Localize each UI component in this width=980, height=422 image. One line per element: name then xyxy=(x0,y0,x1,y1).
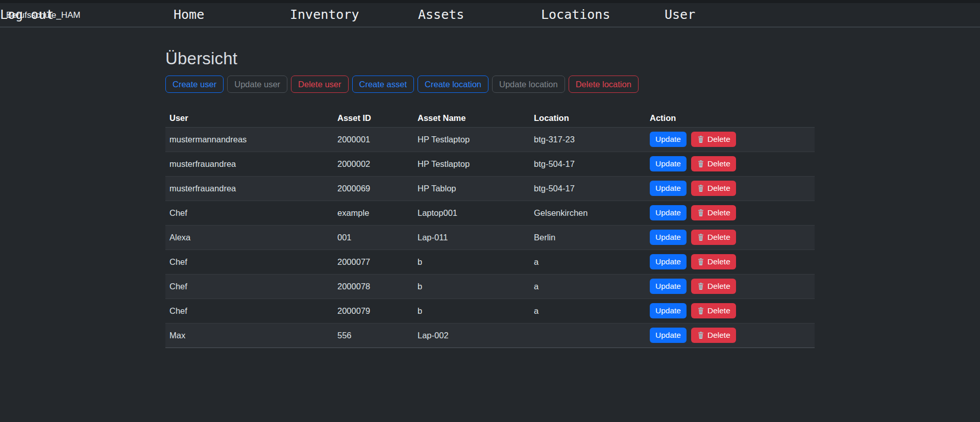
nav-item-locations[interactable]: Locations xyxy=(541,3,610,27)
delete-row-label: Delete xyxy=(707,306,730,316)
cell-action: UpdateDelete xyxy=(646,127,815,152)
main-content: Übersicht Create userUpdate userDelete u… xyxy=(165,49,815,348)
update-row-button[interactable]: Update xyxy=(650,303,687,318)
trash-icon xyxy=(697,307,705,315)
update-row-button[interactable]: Update xyxy=(650,328,687,343)
nav-item-user[interactable]: User xyxy=(665,3,695,27)
delete-row-label: Delete xyxy=(707,257,730,267)
trash-icon xyxy=(697,331,705,339)
table-row: mustermannandreas2000001HP Testlaptopbtg… xyxy=(165,127,815,152)
trash-icon xyxy=(697,160,705,168)
create-user-button[interactable]: Create user xyxy=(165,76,224,93)
cell-asset-name: HP Testlaptop xyxy=(413,152,530,176)
delete-row-label: Delete xyxy=(707,281,730,291)
cell-asset-name: b xyxy=(413,299,530,323)
cell-action: UpdateDelete xyxy=(646,201,815,225)
cell-asset-name: HP Testlaptop xyxy=(413,127,530,152)
delete-row-button[interactable]: Delete xyxy=(691,328,736,343)
cell-location: btg-504-17 xyxy=(530,152,646,176)
update-row-button[interactable]: Update xyxy=(650,230,687,245)
cell-location: a xyxy=(530,250,646,274)
table-row: Chef2000077baUpdateDelete xyxy=(165,250,815,274)
delete-row-button[interactable]: Delete xyxy=(691,181,736,196)
cell-user: Chef xyxy=(165,201,333,225)
cell-asset-id: 2000077 xyxy=(333,250,413,274)
col-header-asset-id: Asset ID xyxy=(333,110,413,127)
col-header-location: Location xyxy=(530,110,646,127)
asset-table: UserAsset IDAsset NameLocationAction mus… xyxy=(165,110,815,348)
cell-asset-id: 2000002 xyxy=(333,152,413,176)
delete-row-label: Delete xyxy=(707,134,730,144)
nav-item-home[interactable]: Home xyxy=(174,3,204,27)
cell-action: UpdateDelete xyxy=(646,225,815,250)
cell-user: mustermannandreas xyxy=(165,127,333,152)
delete-location-button[interactable]: Delete location xyxy=(569,76,639,93)
cell-location: Gelsenkirchen xyxy=(530,201,646,225)
update-row-button[interactable]: Update xyxy=(650,279,687,294)
cell-asset-id: 2000069 xyxy=(333,176,413,201)
nav-item-inventory[interactable]: Inventory xyxy=(290,3,359,27)
cell-location: a xyxy=(530,299,646,323)
cell-asset-id: 2000078 xyxy=(333,274,413,299)
cell-asset-name: Lap-011 xyxy=(413,225,530,250)
table-row: Max556Lap-002UpdateDelete xyxy=(165,323,815,347)
toolbar: Create userUpdate userDelete userCreate … xyxy=(165,76,815,93)
update-row-button[interactable]: Update xyxy=(650,254,687,269)
update-user-button[interactable]: Update user xyxy=(227,76,287,93)
table-row: Chef2000079baUpdateDelete xyxy=(165,299,815,323)
update-row-button[interactable]: Update xyxy=(650,181,687,196)
nav-item-log-out[interactable]: Log out xyxy=(0,3,54,27)
table-row: musterfrauandrea2000002HP Testlaptopbtg-… xyxy=(165,152,815,176)
trash-icon xyxy=(697,209,705,217)
cell-asset-name: Laptop001 xyxy=(413,201,530,225)
cell-asset-id: 2000079 xyxy=(333,299,413,323)
cell-asset-name: HP Tablop xyxy=(413,176,530,201)
delete-row-label: Delete xyxy=(707,183,730,193)
create-asset-button[interactable]: Create asset xyxy=(352,76,414,93)
table-body: mustermannandreas2000001HP Testlaptopbtg… xyxy=(165,127,815,347)
delete-row-button[interactable]: Delete xyxy=(691,254,736,269)
cell-asset-id: 2000001 xyxy=(333,127,413,152)
trash-icon xyxy=(697,184,705,192)
cell-asset-id: 001 xyxy=(333,225,413,250)
cell-action: UpdateDelete xyxy=(646,299,815,323)
cell-location xyxy=(530,323,646,347)
delete-row-label: Delete xyxy=(707,330,730,340)
delete-row-button[interactable]: Delete xyxy=(691,205,736,220)
delete-row-button[interactable]: Delete xyxy=(691,132,736,147)
cell-location: a xyxy=(530,274,646,299)
trash-icon xyxy=(697,282,705,290)
nav-item-assets[interactable]: Assets xyxy=(418,3,464,27)
cell-location: btg-317-23 xyxy=(530,127,646,152)
cell-user: Chef xyxy=(165,299,333,323)
delete-row-button[interactable]: Delete xyxy=(691,156,736,171)
update-location-button[interactable]: Update location xyxy=(492,76,565,93)
update-row-button[interactable]: Update xyxy=(650,132,687,147)
update-row-button[interactable]: Update xyxy=(650,156,687,171)
delete-row-label: Delete xyxy=(707,208,730,218)
cell-asset-id: example xyxy=(333,201,413,225)
cell-action: UpdateDelete xyxy=(646,250,815,274)
cell-asset-name: Lap-002 xyxy=(413,323,530,347)
table-header: UserAsset IDAsset NameLocationAction xyxy=(165,110,815,127)
trash-icon xyxy=(697,258,705,266)
navbar: Berufsschule_HAM HomeInventoryAssetsLoca… xyxy=(0,3,980,28)
cell-user: Chef xyxy=(165,250,333,274)
table-row: musterfrauandrea2000069HP Tablopbtg-504-… xyxy=(165,176,815,201)
create-location-button[interactable]: Create location xyxy=(418,76,488,93)
table-row: ChefexampleLaptop001GelsenkirchenUpdateD… xyxy=(165,201,815,225)
table-row: Chef2000078baUpdateDelete xyxy=(165,274,815,299)
cell-user: musterfrauandrea xyxy=(165,176,333,201)
col-header-user: User xyxy=(165,110,333,127)
delete-row-button[interactable]: Delete xyxy=(691,230,736,245)
delete-row-button[interactable]: Delete xyxy=(691,303,736,318)
cell-user: musterfrauandrea xyxy=(165,152,333,176)
delete-user-button[interactable]: Delete user xyxy=(291,76,348,93)
trash-icon xyxy=(697,135,705,143)
cell-location: btg-504-17 xyxy=(530,176,646,201)
table-row: Alexa001Lap-011BerlinUpdateDelete xyxy=(165,225,815,250)
delete-row-button[interactable]: Delete xyxy=(691,279,736,294)
col-header-action: Action xyxy=(646,110,815,127)
delete-row-label: Delete xyxy=(707,159,730,169)
update-row-button[interactable]: Update xyxy=(650,205,687,220)
